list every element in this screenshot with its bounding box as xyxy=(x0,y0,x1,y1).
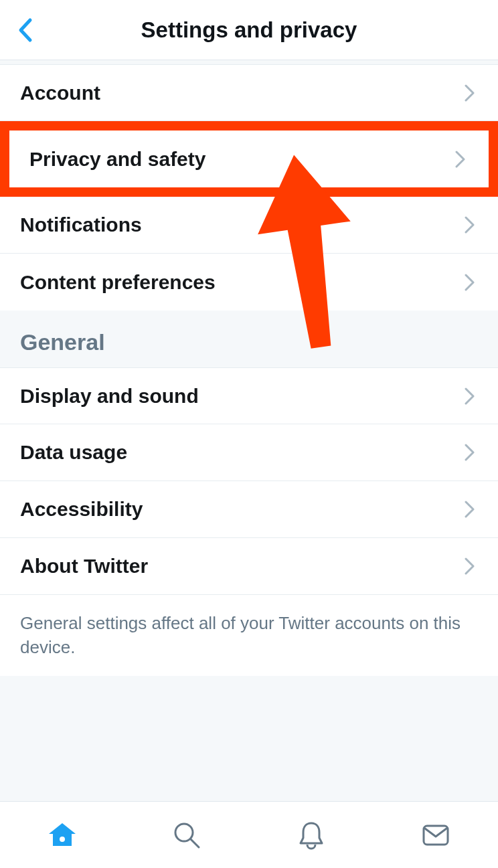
settings-row-about-twitter[interactable]: About Twitter xyxy=(0,538,498,595)
tab-search[interactable] xyxy=(168,816,205,854)
tab-bar xyxy=(0,801,498,868)
chevron-right-icon xyxy=(462,217,478,233)
section-header-general: General xyxy=(0,311,498,367)
general-section: Display and sound Data usage Accessibili… xyxy=(0,367,498,676)
tab-notifications[interactable] xyxy=(293,816,330,854)
chevron-right-icon xyxy=(462,501,478,517)
settings-row-label: Account xyxy=(20,82,100,104)
settings-row-content-preferences[interactable]: Content preferences xyxy=(0,254,498,311)
settings-content: Account Privacy and safety Notifications… xyxy=(0,60,498,801)
chevron-left-icon xyxy=(17,17,34,43)
settings-row-data-usage[interactable]: Data usage xyxy=(0,424,498,481)
settings-row-privacy-safety[interactable]: Privacy and safety xyxy=(9,131,489,187)
settings-row-account[interactable]: Account xyxy=(0,64,498,121)
settings-row-label: About Twitter xyxy=(20,555,148,578)
chevron-right-icon xyxy=(462,388,478,404)
section-title: General xyxy=(20,329,478,355)
chevron-right-icon xyxy=(462,85,478,101)
home-icon xyxy=(46,819,78,851)
tab-messages[interactable] xyxy=(417,816,454,854)
tab-home[interactable] xyxy=(44,816,81,854)
svg-point-0 xyxy=(60,837,65,842)
svg-line-2 xyxy=(191,839,199,847)
header: Settings and privacy xyxy=(0,0,498,60)
chevron-right-icon xyxy=(462,274,478,290)
settings-row-notifications[interactable]: Notifications xyxy=(0,197,498,254)
search-icon xyxy=(171,819,203,851)
account-section: Account Privacy and safety Notifications… xyxy=(0,64,498,311)
settings-row-display-sound[interactable]: Display and sound xyxy=(0,367,498,424)
envelope-icon xyxy=(420,819,452,851)
settings-row-accessibility[interactable]: Accessibility xyxy=(0,481,498,538)
chevron-right-icon xyxy=(452,151,469,167)
section-footer: General settings affect all of your Twit… xyxy=(0,595,498,676)
settings-row-label: Display and sound xyxy=(20,385,199,408)
back-button[interactable] xyxy=(12,17,39,44)
settings-row-label: Data usage xyxy=(20,441,127,464)
settings-row-label: Privacy and safety xyxy=(29,148,205,171)
svg-rect-3 xyxy=(424,826,448,845)
chevron-right-icon xyxy=(462,558,478,574)
settings-row-label: Notifications xyxy=(20,213,142,236)
settings-row-label: Accessibility xyxy=(20,498,143,521)
highlight-annotation: Privacy and safety xyxy=(0,121,498,197)
settings-row-label: Content preferences xyxy=(20,271,216,294)
chevron-right-icon xyxy=(462,444,478,460)
bell-icon xyxy=(295,819,327,851)
page-title: Settings and privacy xyxy=(141,17,357,43)
